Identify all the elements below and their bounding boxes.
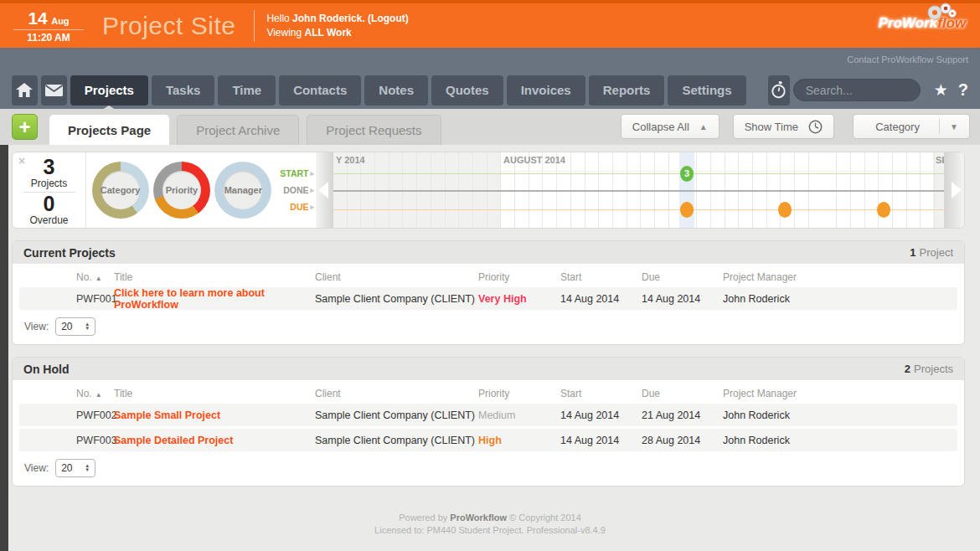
nav-item-tasks[interactable]: Tasks <box>152 75 214 106</box>
messages-button[interactable] <box>41 75 67 106</box>
done-row-arrow-icon: ▸ <box>310 186 314 194</box>
category-donut-chart[interactable]: Category <box>92 162 149 219</box>
category-caret-down-icon: ▼ <box>950 122 958 131</box>
table-row[interactable]: PWF002 Sample Small Project Sample Clien… <box>19 404 957 426</box>
due-marker-3[interactable] <box>877 202 890 218</box>
nav-item-quotes[interactable]: Quotes <box>431 75 503 106</box>
project-title-link[interactable]: Click here to learn more about ProWorkfl… <box>114 287 315 311</box>
project-timeline[interactable]: Y 2014 AUGUST 2014 SEPTE 3 <box>333 152 944 228</box>
tab-project-archive[interactable]: Project Archive <box>177 115 299 145</box>
month-label-august: AUGUST 2014 <box>503 155 565 165</box>
nav-item-notes[interactable]: Notes <box>364 75 428 106</box>
nav-item-settings[interactable]: Settings <box>668 75 745 106</box>
tab-project-requests[interactable]: Project Requests <box>307 115 441 145</box>
collapse-all-button[interactable]: Collapse All ▲ <box>621 114 720 139</box>
view-label: View: <box>24 462 49 474</box>
table-row[interactable]: PWF001 Click here to learn more about Pr… <box>19 287 957 310</box>
project-priority: Medium <box>478 409 560 421</box>
show-time-button[interactable]: Show Time <box>733 114 834 139</box>
project-no: PWF002 <box>76 409 114 421</box>
due-marker-1[interactable] <box>680 202 694 218</box>
contact-support-link[interactable]: Contact ProWorkflow Support <box>847 54 968 64</box>
priority-donut-label: Priority <box>166 185 199 195</box>
header-divider <box>254 10 255 42</box>
col-start[interactable]: Start <box>560 388 642 399</box>
col-client[interactable]: Client <box>315 271 478 283</box>
overdue-count-label: Overdue <box>13 214 85 226</box>
table-header-row: No.▲ Title Client Priority Start Due Pro… <box>19 267 957 287</box>
col-priority[interactable]: Priority <box>478 271 560 283</box>
project-start: 14 Aug 2014 <box>560 435 642 446</box>
footer-brand[interactable]: ProWorkflow <box>450 512 507 523</box>
col-no[interactable]: No. <box>76 388 92 399</box>
help-icon[interactable]: ? <box>958 80 968 100</box>
page-footer: Powered by ProWorkflow © Copyright 2014 … <box>0 512 980 537</box>
nav-item-contacts[interactable]: Contacts <box>279 75 361 106</box>
main-nav: Projects Tasks Time Contacts Notes Quote… <box>0 71 980 109</box>
col-manager[interactable]: Project Manager <box>723 388 957 399</box>
overdue-count: 0 <box>13 193 85 214</box>
content-area: × 3 Projects 0 Overdue Category Priority… <box>0 145 980 551</box>
left-edge-strip <box>0 145 8 551</box>
stopwatch-icon <box>771 81 787 99</box>
done-timeline-line <box>333 190 944 192</box>
month-label-september: SEPTE <box>936 155 944 165</box>
project-start: 14 Aug 2014 <box>560 409 642 421</box>
project-title-link[interactable]: Sample Small Project <box>114 409 315 421</box>
nav-item-reports[interactable]: Reports <box>589 75 665 106</box>
projects-count-label: Projects <box>13 178 85 189</box>
nav-item-invoices[interactable]: Invoices <box>507 75 585 106</box>
project-count-badge: 1Project <box>910 246 953 259</box>
col-no[interactable]: No. <box>76 271 92 283</box>
col-priority[interactable]: Priority <box>478 388 560 399</box>
license-line: Licensed to: PM440 Student Project. Prof… <box>0 524 980 537</box>
nav-item-time[interactable]: Time <box>218 75 276 106</box>
project-title-link[interactable]: Sample Detailed Project <box>114 435 315 446</box>
timeline-scroll-right[interactable] <box>944 152 964 228</box>
section-header: Current Projects 1Project <box>13 241 964 264</box>
manager-donut-chart[interactable]: Manager <box>214 162 271 219</box>
table-row[interactable]: PWF003 Sample Detailed Project Sample Cl… <box>19 429 957 451</box>
sort-asc-icon: ▲ <box>95 391 102 399</box>
project-client: Sample Client Company (CLIENT) <box>315 409 478 421</box>
start-row-label: START <box>280 168 308 178</box>
col-title[interactable]: Title <box>114 388 315 399</box>
view-count-select[interactable]: 20 ▲▼ <box>55 459 95 477</box>
col-due[interactable]: Due <box>642 271 723 283</box>
col-manager[interactable]: Project Manager <box>723 271 957 283</box>
due-marker-2[interactable] <box>778 202 792 218</box>
timer-button[interactable] <box>768 75 790 106</box>
viewing-prefix: Viewing <box>266 27 304 39</box>
mail-icon <box>45 85 63 96</box>
home-button[interactable] <box>12 75 38 106</box>
project-no: PWF003 <box>76 435 114 446</box>
col-due[interactable]: Due <box>642 388 723 399</box>
on-hold-section: On Hold 2Projects No.▲ Title Client Prio… <box>12 357 965 487</box>
tab-bar: + Projects Page Project Archive Project … <box>0 109 980 145</box>
current-datetime: 14 Aug 11:20 AM <box>13 8 84 44</box>
logout-link[interactable]: . (Logout) <box>362 13 408 24</box>
proworkflow-logo: ProWorkflow <box>876 3 968 32</box>
powered-by: Powered by <box>399 512 450 523</box>
close-widget-icon[interactable]: × <box>18 154 25 167</box>
select-stepper-icon: ▲▼ <box>85 464 90 472</box>
gears-icon <box>918 2 962 20</box>
col-start[interactable]: Start <box>560 271 642 283</box>
project-due: 21 Aug 2014 <box>642 409 723 421</box>
category-filter-dropdown[interactable]: Category ▼ <box>853 114 970 139</box>
favorites-star-icon[interactable]: ★ <box>934 80 948 100</box>
nav-item-projects[interactable]: Projects <box>70 75 148 106</box>
project-manager: John Roderick <box>723 435 957 446</box>
tab-projects-page[interactable]: Projects Page <box>49 115 169 145</box>
select-stepper-icon: ▲▼ <box>85 322 90 331</box>
priority-donut-chart[interactable]: Priority <box>153 162 210 219</box>
add-project-button[interactable]: + <box>12 114 38 140</box>
viewing-value[interactable]: ALL Work <box>305 27 352 39</box>
col-client[interactable]: Client <box>315 388 478 399</box>
search-input[interactable] <box>793 79 921 101</box>
timeline-scroll-left[interactable] <box>316 152 333 228</box>
col-title[interactable]: Title <box>114 271 315 283</box>
month-label-july: Y 2014 <box>336 155 365 165</box>
start-marker-badge[interactable]: 3 <box>680 166 694 182</box>
view-count-select[interactable]: 20 ▲▼ <box>55 317 95 336</box>
